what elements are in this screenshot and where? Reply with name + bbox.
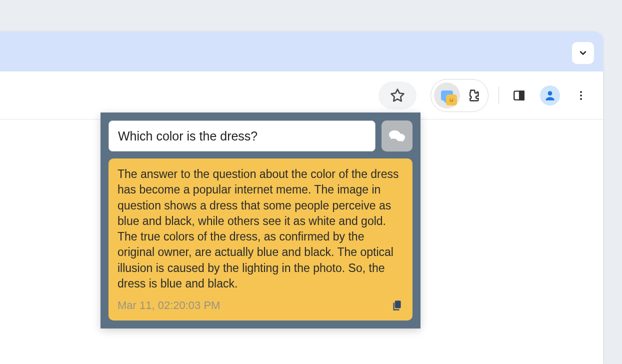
side-panel-icon	[512, 89, 526, 102]
svg-point-6	[580, 91, 582, 93]
answer-card: The answer to the question about the col…	[108, 158, 412, 320]
answer-text: The answer to the question about the col…	[118, 166, 404, 292]
extensions-button[interactable]	[466, 88, 480, 102]
tab-bar	[0, 32, 603, 72]
side-panel-button[interactable]	[512, 88, 526, 102]
address-bar-actions	[378, 82, 416, 110]
popup-header	[108, 120, 412, 152]
copy-button[interactable]	[390, 298, 404, 312]
question-input[interactable]	[108, 120, 376, 152]
puzzle-icon	[466, 88, 480, 102]
send-button[interactable]	[382, 120, 412, 152]
browser-menu-button[interactable]	[574, 88, 588, 102]
chat-bubbles-icon	[388, 128, 406, 144]
bookmark-button[interactable]	[390, 88, 406, 104]
svg-rect-4	[520, 91, 524, 100]
active-extension-button[interactable]	[434, 82, 460, 108]
answer-timestamp: Mar 11, 02:20:03 PM	[118, 299, 220, 312]
star-icon	[390, 88, 405, 103]
smile-extension-icon	[446, 94, 457, 106]
copy-icon	[390, 299, 403, 312]
svg-rect-11	[395, 300, 401, 308]
svg-point-5	[548, 91, 552, 96]
profile-avatar-button[interactable]	[540, 86, 560, 106]
svg-point-8	[580, 98, 582, 100]
extension-popup: The answer to the question about the col…	[100, 112, 420, 328]
svg-marker-0	[392, 89, 404, 101]
extensions-pill	[430, 79, 488, 112]
svg-point-7	[580, 94, 582, 96]
dots-vertical-icon	[575, 90, 587, 102]
chevron-down-icon	[578, 48, 588, 58]
svg-point-2	[452, 98, 453, 99]
person-icon	[544, 89, 556, 102]
answer-footer: Mar 11, 02:20:03 PM	[118, 298, 404, 312]
toolbar-divider	[498, 86, 499, 104]
collapse-tabs-button[interactable]	[572, 42, 594, 64]
svg-point-10	[396, 134, 405, 141]
svg-point-1	[450, 98, 450, 99]
